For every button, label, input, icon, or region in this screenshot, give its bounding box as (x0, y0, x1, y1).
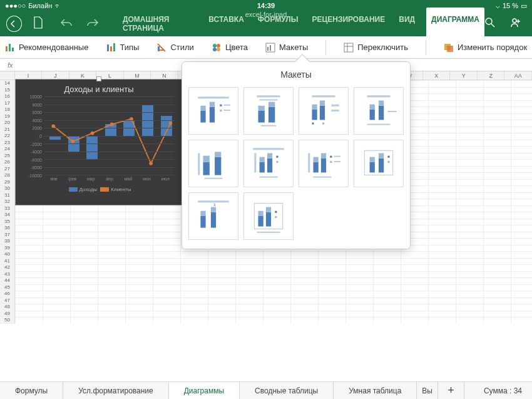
row-header[interactable]: 38 (0, 238, 15, 245)
row-header[interactable]: 41 (0, 258, 15, 265)
svg-rect-30 (210, 102, 215, 107)
ribbon-switch[interactable]: Переключить (344, 43, 408, 53)
row-header[interactable]: 32 (0, 199, 15, 205)
col-header[interactable]: Y (450, 71, 477, 80)
row-header[interactable]: 45 (0, 284, 15, 291)
separator (325, 40, 326, 55)
redo-button[interactable] (87, 18, 98, 29)
row-header[interactable]: 29 (0, 179, 15, 186)
row-header[interactable]: 21 (0, 127, 15, 133)
row-header[interactable]: 39 (0, 245, 15, 252)
col-header[interactable]: AA (504, 71, 531, 80)
tab-insert[interactable]: ВСТАВКА (206, 8, 246, 40)
row-header[interactable]: 18 (0, 106, 15, 113)
row-header[interactable]: 49 (0, 311, 15, 318)
svg-point-12 (217, 48, 220, 51)
tab-chart[interactable]: ДИАГРАММА (426, 8, 484, 41)
row-header[interactable]: 47 (0, 298, 15, 304)
row-header[interactable]: 27 (0, 166, 15, 173)
row-header[interactable]: 40 (0, 251, 15, 258)
layouts-popover: Макеты 3 (182, 61, 411, 249)
sheet-tab[interactable]: Формулы (0, 382, 63, 399)
share-icon[interactable] (509, 17, 521, 31)
layout-option-3[interactable] (299, 87, 349, 135)
svg-rect-66 (260, 162, 265, 173)
row-header[interactable]: 36 (0, 225, 15, 232)
back-button[interactable] (6, 16, 22, 32)
sheet-tab-active[interactable]: Диаграммы (169, 381, 240, 399)
layout-option-1[interactable] (188, 87, 238, 135)
selection-handle[interactable] (96, 76, 101, 81)
row-header[interactable]: 17 (0, 100, 15, 107)
row-header[interactable]: 20 (0, 120, 15, 127)
row-header[interactable]: 26 (0, 159, 15, 166)
layout-option-10[interactable] (243, 192, 294, 240)
layout-option-8[interactable] (354, 140, 404, 187)
layout-option-7[interactable] (299, 140, 349, 187)
row-header[interactable]: 50 (0, 317, 15, 324)
row-header[interactable]: 25 (0, 153, 15, 160)
layout-option-2[interactable] (243, 87, 294, 135)
ribbon-layouts[interactable]: Макеты (265, 43, 308, 53)
sheet-tab[interactable]: Умная таблица (334, 382, 417, 399)
row-header[interactable]: 23 (0, 140, 15, 147)
row-header[interactable]: 19 (0, 113, 15, 120)
sheet-tab[interactable]: Усл.форматирование (63, 382, 169, 399)
svg-rect-15 (270, 45, 271, 51)
row-header[interactable]: 37 (0, 232, 15, 239)
svg-point-22 (110, 123, 114, 127)
ribbon-colors[interactable]: Цвета (212, 43, 248, 53)
tab-review[interactable]: РЕЦЕНЗИРОВАНИЕ (309, 8, 387, 40)
svg-point-10 (217, 44, 220, 48)
row-header[interactable]: 16 (0, 93, 15, 100)
sheet-tab[interactable]: Сводные таблицы (240, 382, 334, 399)
row-header[interactable]: 15 (0, 87, 15, 94)
col-header[interactable]: Z (478, 71, 504, 80)
sheet-tab[interactable]: Вы (417, 382, 438, 399)
types-icon (106, 43, 116, 53)
search-icon[interactable] (484, 17, 496, 31)
layout-option-9[interactable]: 3 (188, 192, 238, 240)
document-icon[interactable] (33, 16, 43, 31)
row-header[interactable]: 33 (0, 205, 15, 212)
svg-rect-55 (379, 101, 384, 106)
add-sheet-button[interactable]: + (438, 382, 464, 399)
row-header[interactable]: 43 (0, 271, 15, 278)
ribbon-types[interactable]: Типы (106, 43, 139, 53)
svg-rect-71 (276, 161, 278, 163)
row-header[interactable]: 42 (0, 264, 15, 271)
svg-rect-85 (370, 157, 375, 162)
chart-object[interactable]: Доходы и клиенты 1000080006000400020000-… (15, 79, 183, 205)
row-header[interactable]: 22 (0, 133, 15, 140)
row-header[interactable]: 34 (0, 212, 15, 219)
svg-rect-98 (258, 211, 263, 216)
tab-view[interactable]: ВИД (396, 8, 417, 40)
svg-rect-8 (158, 46, 160, 51)
svg-rect-32 (220, 110, 222, 111)
tab-home[interactable]: ДОМАШНЯЯ СТРАНИЦА (120, 8, 197, 40)
colors-icon (212, 43, 222, 53)
signal-icon: ●●●○○ (5, 2, 26, 9)
row-header[interactable]: 46 (0, 291, 15, 298)
ribbon-recommended[interactable]: Рекомендованные (5, 43, 88, 53)
popover-title: Макеты (182, 62, 410, 85)
ribbon-reorder[interactable]: Изменить порядок (444, 43, 527, 53)
ribbon-styles[interactable]: Стили (156, 43, 193, 53)
row-header[interactable]: 28 (0, 172, 15, 179)
svg-rect-43 (312, 110, 317, 120)
layout-option-6[interactable] (243, 140, 294, 187)
svg-rect-86 (379, 158, 384, 173)
layout-option-4[interactable] (354, 87, 404, 135)
wifi-icon: ᯤ (54, 2, 61, 9)
row-header[interactable]: 48 (0, 304, 15, 311)
row-header[interactable]: 31 (0, 192, 15, 199)
row-header[interactable]: 44 (0, 277, 15, 284)
col-header[interactable]: X (423, 71, 450, 80)
row-header[interactable]: 35 (0, 219, 15, 225)
row-header[interactable]: 30 (0, 185, 15, 192)
layout-option-5[interactable] (188, 140, 238, 187)
row-header[interactable]: 24 (0, 146, 15, 153)
undo-button[interactable] (61, 18, 72, 29)
battery-icon: ▭ (521, 2, 527, 10)
row-header[interactable]: 14 (0, 80, 15, 87)
